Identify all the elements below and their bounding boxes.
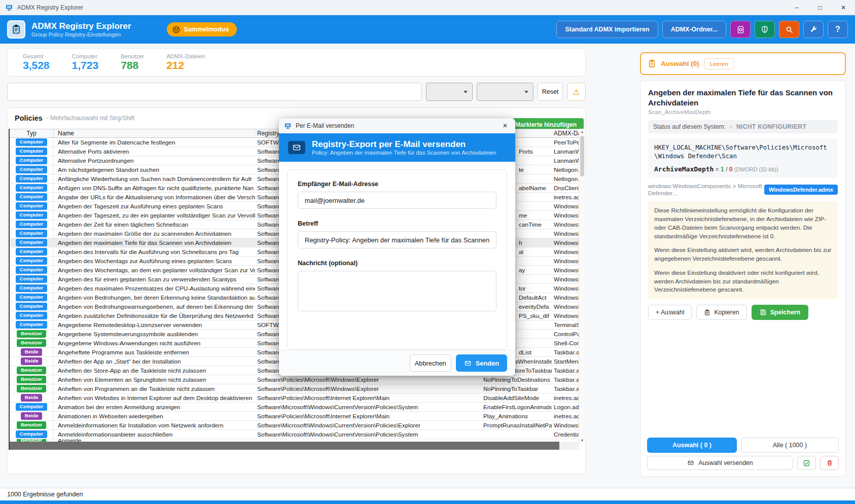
policy-title: Angeben der maximalen Tiefe für das Scan… — [648, 88, 838, 107]
save-button[interactable]: Speichern — [752, 305, 808, 320]
typ-cell: Computer — [10, 247, 54, 256]
table-row[interactable]: Benutzer Anheften von Elementen an Sprun… — [10, 375, 579, 384]
import-standard-admx-button[interactable]: Standard ADMX importieren — [556, 21, 658, 38]
modal-title: Registry-Export per E-Mail versenden — [312, 139, 496, 150]
modal-footer: Abbrechen Senden — [279, 350, 515, 376]
vertical-scrollbar[interactable]: ▲ ▼ — [579, 129, 585, 443]
check-all-button[interactable] — [797, 456, 816, 470]
scroll-down-icon[interactable]: ▼ — [579, 439, 585, 442]
registry-value-cell: DisableAddSiteMode — [481, 393, 552, 402]
collect-mode-icon — [172, 25, 181, 34]
typ-badge: Computer — [16, 230, 47, 237]
scroll-up-icon[interactable]: ▲ — [579, 130, 585, 133]
admx-file-cell: LanmanWo — [552, 156, 580, 165]
table-row[interactable]: Benutzer Anheften von Programmen an die … — [10, 384, 579, 393]
admx-file-cell: Taskbar.ad — [552, 384, 580, 393]
admx-file-cell: Netlogon.a — [552, 165, 580, 174]
recipient-input[interactable] — [298, 192, 496, 209]
stat-value: 1,723 — [72, 59, 99, 71]
typ-cell: Benutzer — [10, 366, 54, 375]
collect-mode-label: Sammelmodus — [184, 26, 229, 33]
stat-value: 3,528 — [23, 59, 50, 71]
cancel-button[interactable]: Abbrechen — [410, 354, 451, 372]
send-label: Senden — [476, 359, 499, 367]
close-button[interactable]: ✕ — [832, 0, 855, 15]
maximize-button[interactable]: □ — [808, 0, 832, 15]
stat-admx-dateien: ADMX-Dateien 212 — [166, 53, 205, 71]
horizontal-scrollbar-thumb[interactable] — [10, 442, 559, 450]
typ-cell: Benutzer — [10, 384, 54, 393]
subject-input[interactable] — [298, 231, 496, 248]
chevron-down-icon — [464, 91, 468, 93]
delete-button[interactable] — [820, 456, 839, 470]
admx-file-cell: ControlPar — [552, 330, 580, 338]
registry-value-line: ArchiveMaxDepth = 1 / 0 (DWORD (32-bit)) — [654, 165, 832, 173]
horizontal-scrollbar[interactable] — [10, 442, 579, 450]
typ-cell: Benutzer — [10, 421, 54, 429]
policy-name-cell: Anheften von Elementen an Sprunglisten n… — [54, 375, 255, 384]
typ-cell: Computer — [10, 266, 54, 274]
policy-name-cell: Angegebene Systemsteuerungssymbole ausbl… — [54, 330, 255, 338]
typ-cell: Computer — [10, 165, 54, 174]
typ-cell: Computer — [10, 311, 54, 320]
snip-button[interactable] — [730, 21, 751, 38]
filter-dropdown-1[interactable] — [426, 83, 473, 101]
filter-dropdown-2[interactable] — [477, 83, 533, 101]
table-row[interactable]: Computer Anmeldeinformationsanbieter aus… — [10, 430, 579, 439]
help-button[interactable]: ? — [828, 21, 848, 38]
registry-key-cell: Software\Policies\Microsoft\Internet Exp… — [255, 393, 481, 402]
table-row[interactable]: Beide Animationen in Webseiten wiedergeb… — [10, 412, 579, 421]
collect-mode-badge[interactable]: Sammelmodus — [167, 22, 237, 37]
typ-badge: Beide — [21, 412, 43, 420]
typ-cell: Benutzer — [10, 375, 54, 384]
send-button[interactable]: Senden — [456, 354, 507, 372]
table-row[interactable]: Computer Animation bei der ersten Anmeld… — [10, 403, 579, 412]
admx-file-cell: WindowsD — [552, 211, 580, 220]
registry-value-cell: EnableFirstLogonAnimation — [481, 403, 552, 411]
tools-button[interactable] — [803, 21, 824, 38]
admx-file-cell: WindowsD — [552, 284, 580, 293]
registry-value-cell: PromptRunasInstallNetPath — [481, 421, 552, 429]
modal-header: Registry-Export per E-Mail versenden Pol… — [279, 133, 515, 162]
warning-button[interactable]: ⚠ — [567, 83, 586, 101]
stat-label: Gesamt — [23, 53, 50, 59]
stat-label: ADMX-Dateien — [166, 53, 205, 59]
search-tool-button[interactable] — [779, 21, 799, 38]
admx-file-cell: Netlogon.a — [552, 174, 580, 183]
registry-key-cell: Software\Policies\Microsoft\Windows\Expl… — [255, 375, 481, 384]
clear-selection-button[interactable]: Leeren — [704, 58, 734, 69]
policy-detail-panel: Angeben der maximalen Tiefe für das Scan… — [640, 80, 846, 477]
column-header-typ[interactable]: Typ — [10, 129, 54, 137]
policy-name-cell: Anmeldeinformationen für Installation vo… — [54, 421, 255, 429]
description-paragraph: Wenn diese Einstellung deaktiviert oder … — [654, 269, 832, 294]
copy-button[interactable]: Kopieren — [696, 305, 746, 320]
table-row[interactable]: Benutzer Anmeldeinformationen für Instal… — [10, 421, 579, 430]
column-header-name[interactable]: Name — [54, 129, 255, 137]
app-header: ADMX Registry Explorer Group Policy Regi… — [0, 15, 855, 44]
add-to-selection-button[interactable]: + Auswahl — [648, 305, 692, 320]
typ-badge: Computer — [16, 221, 47, 228]
search-input[interactable] — [7, 83, 422, 101]
policy-name-cell: Angegebene Remotedesktop-Lizenzserver ve… — [54, 320, 255, 329]
typ-badge: Benutzer — [17, 385, 46, 392]
admx-folder-button[interactable]: ADMX-Ordner... — [662, 21, 726, 38]
reset-button[interactable]: Reset — [538, 83, 563, 101]
minimize-button[interactable]: – — [785, 0, 808, 15]
modal-close-button[interactable]: ✕ — [495, 118, 515, 133]
policy-name-cell: Angeheftete Programme aus Taskleiste ent… — [54, 348, 255, 356]
typ-cell: Computer — [10, 156, 54, 165]
admx-file-cell: WindowsD — [552, 275, 580, 283]
column-header-admx-file[interactable]: ADMX-Datei — [552, 129, 580, 137]
vertical-scrollbar-thumb[interactable] — [580, 136, 584, 176]
policy-name-cell: Anfügen von DNS-Suffix an Abfragen für n… — [54, 184, 255, 192]
table-row[interactable]: Beide Anheften von Websites in Internet … — [10, 393, 579, 403]
admx-file-badge[interactable]: WindowsDefender.admx — [764, 185, 838, 195]
send-selection-button[interactable]: Auswahl versenden — [647, 456, 793, 470]
all-tab[interactable]: Alle ( 1000 ) — [741, 438, 839, 453]
status-label: Status auf diesem System: — [653, 123, 726, 130]
selection-tab[interactable]: Auswahl ( 0 ) — [647, 438, 737, 453]
message-textarea[interactable] — [298, 271, 496, 311]
admx-file-cell: Taskbar.ad — [552, 375, 580, 384]
shield-button[interactable] — [755, 21, 775, 38]
typ-badge: Computer — [16, 166, 47, 173]
